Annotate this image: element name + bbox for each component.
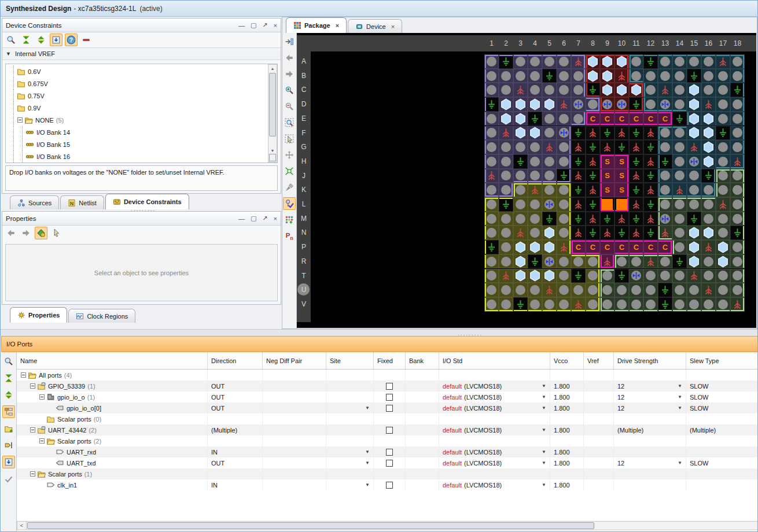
clock-capable-pin[interactable] [600,69,615,83]
expander-minus-icon[interactable] [21,372,26,378]
package-pin-cell[interactable] [528,212,542,226]
package-pin-cell[interactable] [629,54,643,69]
package-pin-cell[interactable] [542,183,557,197]
clock-capable-pin[interactable] [615,83,629,97]
io-std-cell[interactable]: default(LVCMOS18)▼ [439,457,550,468]
drive-strength-cell[interactable]: 12▼ [614,457,686,468]
ground-pin[interactable] [730,226,745,240]
back-icon[interactable] [283,51,296,64]
power-pin[interactable] [586,154,600,169]
power-pin[interactable] [629,226,643,240]
site-cell[interactable]: ▼ [326,402,374,413]
package-pin-cell[interactable] [513,54,528,69]
dropdown-icon[interactable]: ▼ [675,383,682,389]
tree-item[interactable]: 0.9V [8,102,277,114]
ground-pin[interactable] [629,212,643,226]
site-cell[interactable]: ▼ [326,479,374,490]
package-pin-cell[interactable] [571,83,586,97]
ground-pin[interactable] [716,126,730,141]
clock-capable-pin[interactable] [586,69,600,83]
column-header-slew-type[interactable]: Slew Type [686,352,758,369]
package-pin-cell[interactable] [557,140,571,154]
tab-close-icon[interactable]: × [336,22,339,29]
ground-pin[interactable] [600,212,615,226]
minimize-icon[interactable]: — [238,215,245,222]
clock-capable-pin[interactable] [629,83,643,97]
section-collapse-icon[interactable]: ▼ [6,51,11,57]
power-pin[interactable] [542,283,557,297]
expander-minus-icon[interactable] [30,471,35,476]
package-pin-cell[interactable] [600,297,615,312]
fixed-checkbox[interactable] [386,394,393,401]
dropdown-icon[interactable]: ▼ [675,405,682,411]
column-header-vref[interactable]: Vref [584,352,614,369]
ground-pin[interactable] [658,297,672,312]
package-pin-cell[interactable] [629,283,643,297]
package-pin-cell[interactable] [672,269,687,283]
ground-pin[interactable] [571,154,586,169]
package-pin-cell[interactable]: C [586,240,600,254]
package-pin-cell[interactable] [672,83,687,97]
dropdown-icon[interactable]: ▼ [363,449,370,455]
package-pin-cell[interactable] [557,212,571,226]
ground-pin[interactable] [571,126,586,141]
package-pin-cell[interactable] [730,69,745,83]
package-pin-cell[interactable] [484,283,499,297]
properties-header[interactable]: Properties — ▢ ↗ × [2,212,281,226]
expander-minus-icon[interactable] [30,383,35,389]
package-pin-cell[interactable] [716,112,730,126]
slew-type-cell[interactable] [686,435,758,446]
table-row[interactable]: Scalar ports(0) [17,413,758,424]
package-pin-cell[interactable] [484,226,499,240]
dropdown-icon[interactable]: ▼ [363,482,370,487]
package-pin-cell[interactable] [557,183,571,197]
package-pin-cell[interactable] [658,126,672,141]
tab-close-icon[interactable]: × [391,23,395,30]
package-pin-cell[interactable] [716,183,730,197]
clock-capable-pin[interactable] [687,254,701,269]
slew-type-cell[interactable] [686,370,758,380]
package-pin-cell[interactable] [542,54,557,69]
package-pin-cell[interactable] [571,112,586,126]
clock-capable-pin[interactable] [687,126,701,141]
clock-capable-pin[interactable] [687,226,701,240]
package-pin-cell[interactable] [730,140,745,154]
package-pin-cell[interactable] [687,54,701,69]
remove-icon[interactable] [80,34,93,46]
clock-capable-pin[interactable] [528,126,542,141]
search-icon[interactable] [5,34,17,46]
package-pin-cell[interactable]: S [600,154,615,169]
package-pin-cell[interactable]: C [629,240,643,254]
package-pin-cell[interactable]: C [658,112,672,126]
package-pin-cell[interactable] [658,212,672,226]
drive-strength-cell[interactable]: 12▼ [614,391,686,402]
fixed-checkbox[interactable] [386,405,393,412]
site-cell[interactable] [326,391,374,402]
package-pin-cell[interactable] [557,297,571,312]
package-pin-cell[interactable] [557,254,571,269]
package-pin-cell[interactable] [672,283,687,297]
package-pin-cell[interactable] [687,283,701,297]
slew-type-cell[interactable]: SLOW [686,457,758,468]
power-pin[interactable] [701,283,716,297]
dropdown-icon[interactable]: ▼ [539,383,546,389]
package-pin-cell[interactable] [499,69,513,83]
clock-capable-pin[interactable] [701,154,716,169]
clock-capable-pin[interactable] [513,112,528,126]
package-pin-cell[interactable] [716,169,730,183]
site-cell[interactable] [326,413,374,424]
package-pin-cell[interactable] [513,283,528,297]
package-pin-cell[interactable] [730,283,745,297]
package-pin-cell[interactable] [643,97,658,112]
package-pin-cell[interactable] [716,226,730,240]
io-std-cell[interactable] [439,468,550,479]
clock-capable-pin[interactable] [513,126,528,141]
package-pin-cell[interactable] [643,283,658,297]
power-pin[interactable] [672,183,687,197]
ground-pin[interactable] [615,226,629,240]
clock-capable-pin[interactable] [542,226,557,240]
package-canvas[interactable]: 123456789101112131415161718ABCDEFGHJKLMN… [297,33,756,328]
dropdown-icon[interactable]: ▼ [539,405,546,411]
clock-capable-pin[interactable] [499,97,513,112]
fixed-cell[interactable] [374,457,406,468]
